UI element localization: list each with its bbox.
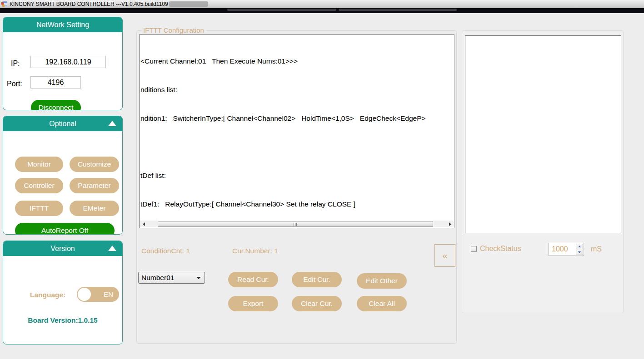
- collapse-triangle-icon[interactable]: [108, 246, 116, 251]
- config-line: nditions list:: [140, 85, 453, 94]
- spinner-buttons: [576, 244, 583, 255]
- optional-title: Optional: [49, 120, 76, 128]
- version-header[interactable]: Version: [3, 241, 122, 256]
- number-select-value: Number01: [141, 274, 196, 282]
- config-line: ndition1: SwitcherInType:[ Channel<Chann…: [140, 113, 453, 123]
- scrollbar-grip-icon: [294, 223, 297, 226]
- interval-value: 1000: [552, 245, 568, 253]
- ip-label: IP:: [11, 59, 20, 68]
- interval-spinner[interactable]: 1000: [549, 243, 584, 256]
- chevron-down-icon: [196, 277, 201, 279]
- app-window-icon: [1, 1, 7, 7]
- condition-count-label: ConditionCnt: 1: [141, 247, 190, 255]
- clear-cur-button[interactable]: Clear Cur.: [292, 296, 342, 311]
- config-line: <Current Channel:01 Then Execute Nums:01…: [140, 56, 453, 66]
- config-line: [140, 142, 453, 152]
- dark-band-artifact: [339, 9, 457, 11]
- monitor-button[interactable]: Monitor: [15, 157, 63, 172]
- read-cur-button[interactable]: Read Cur.: [228, 272, 278, 287]
- scroll-right-button[interactable]: [446, 221, 454, 227]
- network-setting-panel: NetWork Setting IP: Port: Disconnect: [3, 17, 123, 110]
- arrow-up-icon: [578, 246, 581, 247]
- version-body: Language: EN Board Version:1.0.15 2020-1…: [3, 256, 122, 344]
- export-button[interactable]: Export: [228, 296, 278, 311]
- ifttt-button[interactable]: IFTTT: [15, 201, 63, 216]
- titlebar-artifact: [169, 1, 208, 7]
- collapse-panel-button[interactable]: «: [434, 244, 455, 267]
- config-line: tDef list:: [140, 171, 453, 180]
- disconnect-button[interactable]: Disconnect: [31, 100, 81, 110]
- network-setting-title: NetWork Setting: [36, 21, 89, 29]
- checkstatus-label: CheckStatus: [480, 245, 521, 253]
- language-value: EN: [104, 290, 113, 298]
- optional-panel: Optional Monitor Customize Controller Pa…: [3, 116, 123, 235]
- language-toggle[interactable]: EN: [77, 287, 119, 302]
- config-line: tDef1: RelayOutType:[ Channel<Channel30>…: [140, 199, 453, 209]
- ifttt-config-textarea[interactable]: <Current Channel:01 Then Execute Nums:01…: [139, 34, 454, 228]
- window-titlebar[interactable]: KINCONY SMART BOARD CONTROLLER ---V1.0.4…: [0, 0, 644, 8]
- scrollbar-thumb[interactable]: [158, 221, 433, 227]
- toggle-knob-icon[interactable]: [78, 288, 91, 301]
- autoreport-button[interactable]: AutoReport Off: [15, 223, 115, 235]
- emeter-button[interactable]: EMeter: [70, 201, 119, 216]
- collapse-triangle-icon[interactable]: [108, 121, 116, 126]
- dark-band-artifact: [227, 9, 336, 11]
- window-title: KINCONY SMART BOARD CONTROLLER ---V1.0.4…: [10, 1, 168, 7]
- language-label: Language:: [30, 291, 65, 299]
- spinner-down-button[interactable]: [576, 250, 583, 255]
- scroll-left-button[interactable]: [140, 221, 147, 227]
- clear-all-button[interactable]: Clear All: [357, 296, 407, 311]
- port-label: Port:: [7, 80, 22, 88]
- arrow-right-icon: [449, 222, 451, 226]
- ifttt-configuration-legend: IFTTT Configuration: [141, 26, 206, 34]
- board-version-text: Board Version:1.0.15: [3, 316, 122, 325]
- horizontal-scrollbar[interactable]: [140, 221, 454, 227]
- version-panel: Version Language: EN Board Version:1.0.1…: [3, 241, 123, 344]
- arrow-down-icon: [578, 251, 581, 253]
- customize-button[interactable]: Customize: [70, 157, 119, 172]
- optional-body: Monitor Customize Controller Parameter I…: [3, 131, 122, 235]
- checkstatus-checkbox[interactable]: [471, 246, 477, 252]
- network-setting-body: IP: Port: Disconnect: [3, 32, 122, 110]
- titlebar-dark-band: [0, 8, 644, 13]
- ip-input[interactable]: [30, 56, 106, 68]
- spinner-up-button[interactable]: [576, 244, 583, 249]
- arrow-left-icon: [143, 222, 145, 226]
- interval-unit-label: mS: [591, 245, 602, 253]
- controller-button[interactable]: Controller: [15, 178, 63, 193]
- edit-cur-button[interactable]: Edit Cur.: [292, 272, 342, 287]
- status-panel: CheckStatus 1000 mS: [462, 30, 624, 313]
- edit-other-button[interactable]: Edit Other: [357, 273, 407, 289]
- number-select[interactable]: Number01: [138, 272, 205, 284]
- optional-header[interactable]: Optional: [3, 116, 122, 131]
- ifttt-config-text: <Current Channel:01 Then Execute Nums:01…: [140, 35, 454, 228]
- datetime-text: 2020-11-28 12:38:05: [3, 342, 122, 344]
- parameter-button[interactable]: Parameter: [70, 178, 119, 193]
- ifttt-configuration-groupbox: IFTTT Configuration <Current Channel:01 …: [136, 30, 457, 344]
- status-log-area[interactable]: [465, 35, 621, 233]
- current-number-label: Cur.Number: 1: [232, 247, 278, 255]
- version-title: Version: [50, 245, 75, 253]
- port-input[interactable]: [30, 76, 81, 89]
- network-setting-header: NetWork Setting: [3, 17, 122, 32]
